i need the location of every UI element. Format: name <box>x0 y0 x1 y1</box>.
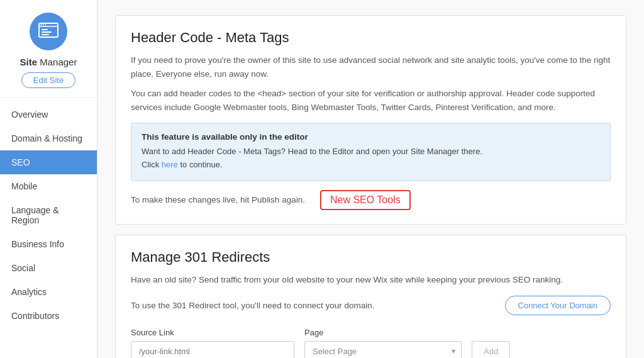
sidebar-item-seo[interactable]: SEO <box>0 150 97 174</box>
header-code-desc2: You can add header codes to the <head> s… <box>131 87 611 114</box>
site-logo <box>30 13 67 50</box>
header-code-desc1: If you need to prove you're the owner of… <box>131 53 611 81</box>
publish-row: To make these changes live, hit Publish … <box>131 190 611 210</box>
main-content: Header Code - Meta Tags If you need to p… <box>97 0 644 358</box>
site-name-label: Site Manager <box>20 57 77 67</box>
domain-row-text: To use the 301 Redirect tool, you'll nee… <box>131 301 375 310</box>
info-box-text2: Click <box>142 160 162 169</box>
source-link-label: Source Link <box>131 328 294 337</box>
redirects-title: Manage 301 Redirects <box>131 249 611 266</box>
info-box-text1: Want to add Header Code - Meta Tags? Hea… <box>142 147 482 156</box>
page-label: Page <box>304 328 462 337</box>
info-box-link[interactable]: here <box>162 160 178 169</box>
redirects-section: Manage 301 Redirects Have an old site? S… <box>115 235 626 358</box>
info-box-text3: to continue. <box>178 160 223 169</box>
sidebar-item-analytics[interactable]: Analytics <box>0 280 97 304</box>
add-button[interactable]: Add <box>472 341 510 358</box>
sidebar-item-overview[interactable]: Overview <box>0 103 97 126</box>
svg-rect-5 <box>42 29 48 30</box>
svg-point-3 <box>43 25 44 26</box>
new-seo-badge[interactable]: New SEO Tools <box>320 190 411 210</box>
publish-text: To make these changes live, hit Publish … <box>131 195 305 204</box>
svg-point-4 <box>45 25 47 26</box>
info-box-title: This feature is available only in the ed… <box>142 132 600 142</box>
source-link-group: Source Link <box>131 328 294 358</box>
sidebar-item-contributors[interactable]: Contributors <box>0 304 97 328</box>
sidebar-item-language-region[interactable]: Language & Region <box>0 198 97 232</box>
info-box-text: Want to add Header Code - Meta Tags? Hea… <box>142 145 600 172</box>
redirect-form-row: Source Link Page Select Page ▾ Add <box>131 328 611 358</box>
sidebar-nav: Overview Domain & Hosting SEO Mobile Lan… <box>0 103 97 358</box>
page-select-wrapper: Select Page ▾ <box>304 341 462 358</box>
sidebar: Site Manager Edit Site Overview Domain &… <box>0 0 97 358</box>
page-select-group: Page Select Page ▾ <box>304 328 462 358</box>
source-link-input[interactable] <box>131 341 294 358</box>
svg-point-2 <box>41 25 42 26</box>
header-code-section: Header Code - Meta Tags If you need to p… <box>115 15 626 225</box>
sidebar-item-domain-hosting[interactable]: Domain & Hosting <box>0 126 97 150</box>
sidebar-item-business-info[interactable]: Business Info <box>0 232 97 256</box>
domain-row: To use the 301 Redirect tool, you'll nee… <box>131 296 611 315</box>
header-code-title: Header Code - Meta Tags <box>131 30 611 46</box>
redirects-desc: Have an old site? Send traffic from your… <box>131 273 611 287</box>
connect-domain-button[interactable]: Connect Your Domain <box>505 296 611 315</box>
sidebar-item-mobile[interactable]: Mobile <box>0 174 97 198</box>
edit-site-button[interactable]: Edit Site <box>21 72 75 88</box>
svg-rect-7 <box>42 34 49 35</box>
sidebar-logo-area: Site Manager Edit Site <box>0 0 97 98</box>
page-select[interactable]: Select Page <box>304 341 462 358</box>
sidebar-item-social[interactable]: Social <box>0 256 97 280</box>
svg-rect-6 <box>42 31 52 33</box>
header-code-info-box: This feature is available only in the ed… <box>131 123 611 181</box>
